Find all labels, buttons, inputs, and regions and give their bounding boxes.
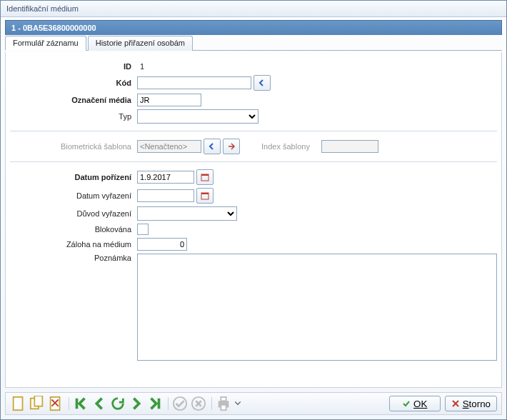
kod-label: Kód xyxy=(10,79,137,87)
prev-icon xyxy=(91,396,107,411)
typ-select[interactable] xyxy=(137,109,258,124)
tb-refresh-button[interactable] xyxy=(109,396,126,411)
id-value: 1 xyxy=(137,61,147,72)
blokovana-checkbox[interactable] xyxy=(137,224,149,235)
datum-vyrazeni-calendar-button[interactable] xyxy=(196,188,214,204)
cancel-circle-icon xyxy=(191,396,206,411)
ok-button[interactable]: OK xyxy=(389,396,441,411)
storno-button[interactable]: Storno xyxy=(445,396,497,411)
duvod-vyrazeni-label: Důvod vyřazení xyxy=(10,209,137,218)
oznaceni-label: Označení média xyxy=(10,96,137,104)
window-title: Identifikační médium xyxy=(1,1,506,17)
window: Identifikační médium 1 - 0BA5E3680000000… xyxy=(0,0,507,420)
tb-prev-button[interactable] xyxy=(91,396,108,411)
ok-button-label: OK xyxy=(413,399,427,409)
tab-history[interactable]: Historie přiřazení osobám xyxy=(88,36,193,51)
poznamka-textarea[interactable] xyxy=(137,254,497,361)
footer-toolbar: OK Storno xyxy=(5,392,502,415)
tb-print-button[interactable] xyxy=(215,396,232,411)
index-sablony-label: Index šablony xyxy=(261,142,316,151)
datum-porizeni-input[interactable] xyxy=(137,171,194,184)
datum-vyrazeni-label: Datum vyřazení xyxy=(10,191,137,200)
kod-back-button[interactable] xyxy=(254,75,271,91)
separator-2 xyxy=(10,161,497,162)
datum-porizeni-calendar-button[interactable] xyxy=(196,169,214,185)
toolbar-separator xyxy=(168,397,169,410)
tb-last-button[interactable] xyxy=(146,396,164,411)
toolbar-separator xyxy=(211,397,212,410)
tab-form[interactable]: Formulář záznamu xyxy=(5,36,86,51)
check-circle-icon xyxy=(172,396,188,411)
tb-delete-button[interactable] xyxy=(47,396,64,411)
calendar-icon xyxy=(201,173,209,181)
svg-rect-6 xyxy=(34,396,42,406)
tb-print-dropdown[interactable] xyxy=(234,396,242,411)
separator-1 xyxy=(10,131,497,131)
datum-porizeni-label: Datum pořízení xyxy=(10,173,137,181)
bio-clear-button[interactable] xyxy=(223,139,240,154)
arrow-left-icon xyxy=(258,79,266,87)
typ-label: Typ xyxy=(10,112,137,121)
kod-input[interactable] xyxy=(137,76,251,89)
last-icon xyxy=(147,396,163,411)
record-header: 1 - 0BA5E36800000000 xyxy=(5,20,502,35)
document-icon xyxy=(11,396,26,411)
datum-vyrazeni-input[interactable] xyxy=(137,189,194,202)
chevron-down-icon xyxy=(234,400,241,407)
svg-rect-3 xyxy=(201,193,209,194)
tb-first-button[interactable] xyxy=(72,396,89,411)
next-icon xyxy=(129,396,144,411)
bio-load-button[interactable] xyxy=(204,139,221,154)
tb-new-button[interactable] xyxy=(10,396,27,411)
svg-rect-12 xyxy=(221,405,226,410)
svg-rect-11 xyxy=(221,397,226,401)
index-sablony-input xyxy=(321,140,378,153)
arrow-left-icon xyxy=(208,142,216,151)
content-area: 1 - 0BA5E36800000000 Formulář záznamu Hi… xyxy=(1,17,506,419)
id-label: ID xyxy=(10,62,137,71)
zaloha-input[interactable] xyxy=(137,238,187,251)
duvod-vyrazeni-select[interactable] xyxy=(137,206,237,221)
svg-rect-4 xyxy=(14,397,23,410)
document-copy-icon xyxy=(29,396,45,411)
document-delete-icon xyxy=(48,396,64,411)
tb-next-button[interactable] xyxy=(128,396,145,411)
form-panel: ID 1 Kód Označení média Typ Biometrická … xyxy=(5,52,502,388)
first-icon xyxy=(73,396,89,411)
clear-icon xyxy=(227,142,236,151)
bio-label: Biometrická šablona xyxy=(10,142,137,151)
toolbar-separator xyxy=(69,397,69,410)
cross-icon xyxy=(451,399,460,408)
oznaceni-input[interactable] xyxy=(137,94,201,106)
tb-confirm-button[interactable] xyxy=(171,396,189,411)
zaloha-label: Záloha na médium xyxy=(10,240,137,249)
refresh-icon xyxy=(110,396,126,411)
tb-cancel-button[interactable] xyxy=(190,396,207,411)
blokovana-label: Blokována xyxy=(10,225,137,234)
calendar-icon xyxy=(201,191,209,200)
printer-icon xyxy=(216,396,231,411)
svg-rect-1 xyxy=(201,174,209,176)
poznamka-label: Poznámka xyxy=(10,254,137,262)
tb-copy-button[interactable] xyxy=(29,396,46,411)
tabstrip: Formulář záznamu Historie přiřazení osob… xyxy=(5,35,502,51)
storno-button-label: Storno xyxy=(463,399,491,409)
bio-input xyxy=(137,140,201,153)
check-icon xyxy=(402,399,411,408)
